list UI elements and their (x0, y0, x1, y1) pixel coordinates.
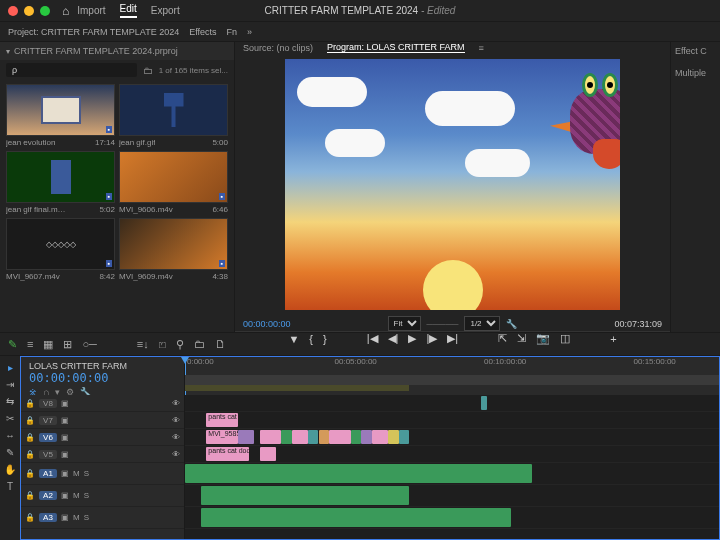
in-point-icon[interactable]: { (309, 333, 313, 345)
zoom-fit-select[interactable]: Fit (388, 316, 421, 331)
ripple-tool-icon[interactable]: ⇆ (6, 396, 14, 407)
new-bin-icon[interactable]: 🗀 (194, 338, 205, 350)
bin-item[interactable]: ▪MVI_9609.m4v4:38 (119, 218, 228, 281)
find-icon[interactable]: ⚲ (176, 338, 184, 351)
sort-icon[interactable]: ≡↓ (137, 338, 149, 350)
track-header-v8[interactable]: 🔒V8▣👁 (21, 395, 184, 412)
out-point-icon[interactable]: } (323, 333, 327, 345)
effects-controls-panel: Effect C Multiple (670, 42, 720, 332)
solo-icon[interactable]: S (84, 469, 89, 478)
maximize-icon[interactable] (40, 6, 50, 16)
close-icon[interactable] (8, 6, 18, 16)
list-view-icon[interactable]: ≡ (27, 338, 33, 350)
track-header-v6[interactable]: 🔒V6▣👁 (21, 429, 184, 446)
lock-icon[interactable]: 🔒 (25, 399, 35, 408)
bin-item[interactable]: ▪jean evolution17:14 (6, 84, 115, 147)
mute-icon[interactable]: M (73, 469, 80, 478)
zoom-slider[interactable]: ○─ (82, 338, 96, 350)
project-panel: ▾ CRITTER FARM TEMPLATE 2024.prproj 🗀 1 … (0, 42, 235, 332)
automate-icon[interactable]: ⏍ (159, 338, 166, 350)
bin-item[interactable]: ▪MVI_9606.m4v6:46 (119, 151, 228, 214)
cloud-graphic (425, 91, 515, 126)
workspace-tabs: Project: CRITTER FARM TEMPLATE 2024 Effe… (0, 22, 720, 42)
track-headers: 🔒V8▣👁 🔒V7▣👁 🔒V6▣👁 🔒V5▣👁 🔒A1▣MS 🔒A2▣MS 🔒A… (21, 395, 185, 539)
top-tabs: Import Edit Export (77, 3, 179, 18)
timecode-out[interactable]: 00:07:31:09 (614, 319, 662, 329)
window-controls (8, 6, 50, 16)
slip-tool-icon[interactable]: ↔ (5, 430, 15, 441)
track-header-v5[interactable]: 🔒V5▣👁 (21, 446, 184, 463)
timeline-content[interactable]: pants cat MVI_9585 pants cat doo (185, 395, 719, 539)
compare-icon[interactable]: ◫ (560, 332, 570, 345)
timeline-ruler[interactable]: 0:00:00 00:05:00:00 00:10:00:00 00:15:00… (185, 357, 719, 395)
sun-graphic (423, 260, 483, 310)
source-tab[interactable]: Source: (no clips) (243, 43, 313, 53)
work-area[interactable] (185, 385, 409, 391)
overflow-icon[interactable]: » (247, 27, 252, 37)
program-monitor[interactable] (235, 53, 670, 316)
clip-badge: ▪ (219, 260, 225, 267)
selection-tool-icon[interactable]: ▸ (8, 362, 13, 373)
window-title: CRITTER FARM TEMPLATE 2024 - Edited (265, 5, 456, 16)
panel-menu-icon[interactable]: ≡ (479, 43, 484, 53)
item-count: 1 of 165 items sel... (159, 66, 228, 75)
clip-badge: ▪ (106, 126, 112, 133)
hand-tool-icon[interactable]: ✋ (4, 464, 16, 475)
clip-badge: ▪ (106, 260, 112, 267)
track-header-a1[interactable]: 🔒A1▣MS (21, 463, 184, 485)
type-tool-icon[interactable]: T (7, 481, 13, 492)
razor-tool-icon[interactable]: ✂ (6, 413, 14, 424)
sequence-name[interactable]: LOLAS CRITTER FARM (29, 361, 176, 371)
project-header[interactable]: ▾ CRITTER FARM TEMPLATE 2024.prproj (0, 42, 234, 60)
step-back-icon[interactable]: ◀| (388, 332, 399, 345)
bin-item[interactable]: ▪jean gif final.mp45:02 (6, 151, 115, 214)
pen-tool-icon[interactable]: ✎ (8, 338, 17, 351)
home-icon[interactable]: ⌂ (62, 4, 69, 18)
tab-edit[interactable]: Edit (120, 3, 137, 18)
track-header-a3[interactable]: 🔒A3▣MS (21, 507, 184, 529)
project-tab[interactable]: Project: CRITTER FARM TEMPLATE 2024 (8, 27, 179, 37)
folder-icon[interactable]: 🗀 (143, 65, 153, 76)
bin-grid: ▪jean evolution17:14 jean gif.gif5:00 ▪j… (0, 80, 234, 332)
goto-in-icon[interactable]: |◀ (367, 332, 378, 345)
new-item-icon[interactable]: 🗋 (215, 338, 226, 350)
program-panel: Source: (no clips) Program: LOLAS CRITTE… (235, 42, 670, 332)
wrench-icon[interactable]: 🔧 (506, 319, 517, 329)
cloud-graphic (325, 129, 385, 157)
timeline-tools: ▸ ⇥ ⇆ ✂ ↔ ✎ ✋ T (0, 356, 20, 540)
marker-icon[interactable]: ▼ (288, 333, 299, 345)
playback-controls: ▼ { } |◀ ◀| ▶ |▶ ▶| ⇱ ⇲ 📷 ◫ + (235, 331, 670, 345)
extract-icon[interactable]: ⇲ (517, 332, 526, 345)
step-fwd-icon[interactable]: |▶ (426, 332, 437, 345)
timecode-in[interactable]: 00:00:00:00 (243, 319, 291, 329)
goto-out-icon[interactable]: ▶| (447, 332, 458, 345)
tab-import[interactable]: Import (77, 5, 105, 16)
fn-tab[interactable]: Fn (227, 27, 238, 37)
program-tab[interactable]: Program: LOLAS CRITTER FARM (327, 42, 465, 53)
minimize-icon[interactable] (24, 6, 34, 16)
transport-bar: 00:00:00:00 Fit ───── 1/2 🔧 00:07:31:09 (235, 316, 670, 331)
add-button-icon[interactable]: + (610, 333, 616, 345)
export-frame-icon[interactable]: 📷 (536, 332, 550, 345)
effects-tab[interactable]: Effects (189, 27, 216, 37)
play-icon[interactable]: ▶ (408, 332, 416, 345)
project-filename: CRITTER FARM TEMPLATE 2024.prproj (14, 46, 178, 56)
track-header-a2[interactable]: 🔒A2▣MS (21, 485, 184, 507)
pen-tool-icon[interactable]: ✎ (6, 447, 14, 458)
effects-title: Effect C (675, 46, 716, 56)
icon-view-icon[interactable]: ▦ (43, 338, 53, 351)
sequence-timecode[interactable]: 00:00:00:00 (29, 371, 176, 385)
lift-icon[interactable]: ⇱ (498, 332, 507, 345)
track-select-icon[interactable]: ⇥ (6, 379, 14, 390)
eye-icon[interactable]: 👁 (172, 399, 180, 408)
resolution-select[interactable]: 1/2 (464, 316, 500, 331)
chevron-down-icon: ▾ (6, 47, 10, 56)
freeform-icon[interactable]: ⊞ (63, 338, 72, 351)
tab-export[interactable]: Export (151, 5, 180, 16)
cloud-graphic (465, 149, 530, 177)
cloud-graphic (297, 77, 367, 107)
track-header-v7[interactable]: 🔒V7▣👁 (21, 412, 184, 429)
search-input[interactable] (6, 63, 137, 77)
bin-item[interactable]: jean gif.gif5:00 (119, 84, 228, 147)
bin-item[interactable]: ▪MVI_9607.m4v8:42 (6, 218, 115, 281)
